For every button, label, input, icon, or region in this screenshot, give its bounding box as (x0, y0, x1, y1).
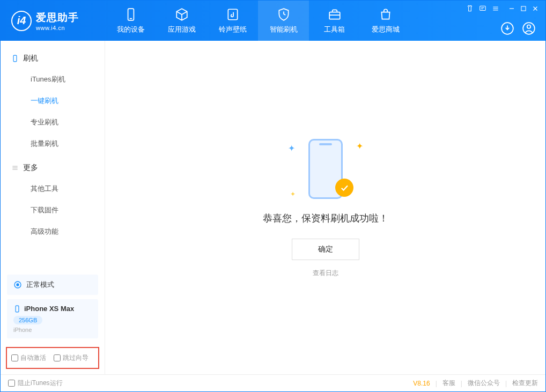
feedback-icon[interactable] (479, 5, 486, 12)
check-update-link[interactable]: 检查更新 (512, 379, 538, 388)
version-label: V8.16 (413, 380, 430, 387)
svg-rect-17 (13, 55, 17, 62)
nav-toolbox[interactable]: 工具箱 (309, 1, 360, 41)
header-actions (500, 21, 536, 35)
logo[interactable]: i4 爱思助手 www.i4.cn (1, 11, 105, 31)
nav-my-device[interactable]: 我的设备 (105, 1, 156, 41)
nav-ringtones[interactable]: 铃声壁纸 (207, 1, 258, 41)
sparkle-icon: ✦ (290, 190, 296, 198)
ok-button[interactable]: 确定 (292, 239, 359, 260)
svg-rect-4 (480, 6, 486, 10)
app-name: 爱思助手 (36, 11, 79, 25)
sidebar-item-advanced[interactable]: 高级功能 (1, 221, 105, 242)
auto-activate-checkbox[interactable]: 自动激活 (11, 353, 46, 363)
mode-icon (13, 280, 22, 289)
sidebar-item-download-firmware[interactable]: 下载固件 (1, 199, 105, 221)
device-card[interactable]: iPhone XS Max 256GB iPhone (7, 299, 98, 338)
svg-rect-11 (521, 6, 526, 11)
shield-icon (277, 8, 291, 21)
body: 刷机 iTunes刷机 一键刷机 专业刷机 批量刷机 更多 其他工具 下载固件 … (1, 41, 545, 374)
sidebar: 刷机 iTunes刷机 一键刷机 专业刷机 批量刷机 更多 其他工具 下载固件 … (1, 41, 105, 374)
device-icon (124, 8, 138, 21)
block-itunes-checkbox[interactable]: 阻止iTunes运行 (8, 379, 63, 388)
support-link[interactable]: 客服 (442, 379, 455, 388)
sidebar-section-flash: 刷机 (1, 48, 105, 69)
minimize-icon[interactable] (508, 5, 515, 12)
view-log-link[interactable]: 查看日志 (313, 269, 338, 278)
header: i4 爱思助手 www.i4.cn 我的设备 应用游戏 铃声壁纸 智能刷机 (1, 1, 545, 41)
music-icon (226, 8, 240, 21)
success-check-icon (335, 179, 353, 197)
success-illustration: ✦ ✦ ✦ (288, 138, 363, 202)
svg-rect-3 (329, 12, 340, 19)
list-icon (11, 164, 19, 172)
svg-point-22 (17, 284, 19, 286)
user-icon[interactable] (522, 21, 536, 35)
shirt-icon[interactable] (466, 5, 474, 12)
store-icon (379, 8, 393, 21)
sidebar-item-pro-flash[interactable]: 专业刷机 (1, 112, 105, 133)
svg-rect-23 (16, 306, 19, 312)
sidebar-item-batch-flash[interactable]: 批量刷机 (1, 133, 105, 154)
logo-icon: i4 (11, 11, 32, 31)
footer: 阻止iTunes运行 V8.16 | 客服 | 微信公众号 | 检查更新 (1, 374, 545, 391)
nav-apps[interactable]: 应用游戏 (156, 1, 207, 41)
sidebar-item-other-tools[interactable]: 其他工具 (1, 178, 105, 199)
menu-icon[interactable] (492, 5, 499, 12)
device-capacity: 256GB (13, 316, 42, 324)
device-small-icon (13, 305, 21, 313)
sidebar-item-oneclick-flash[interactable]: 一键刷机 (1, 90, 105, 112)
wechat-link[interactable]: 微信公众号 (468, 379, 500, 388)
device-mode[interactable]: 正常模式 (7, 275, 98, 295)
toolbox-icon (328, 8, 342, 21)
app-window: i4 爱思助手 www.i4.cn 我的设备 应用游戏 铃声壁纸 智能刷机 (0, 0, 546, 392)
app-url: www.i4.cn (36, 25, 79, 31)
device-name: iPhone XS Max (24, 305, 74, 313)
nav-store[interactable]: 爱思商城 (360, 1, 411, 41)
phone-icon (11, 55, 19, 62)
cube-icon (175, 8, 189, 21)
sparkle-icon: ✦ (288, 143, 295, 153)
flash-options-highlighted: 自动激活 跳过向导 (6, 347, 99, 369)
maximize-icon[interactable] (520, 5, 527, 12)
download-icon[interactable] (500, 21, 514, 35)
svg-rect-2 (228, 9, 237, 20)
skip-guide-checkbox[interactable]: 跳过向导 (54, 353, 88, 363)
success-message: 恭喜您，保资料刷机成功啦！ (263, 212, 388, 225)
device-type: iPhone (13, 327, 92, 333)
close-icon[interactable] (532, 5, 539, 12)
svg-point-16 (527, 25, 531, 29)
titlebar-controls (466, 5, 539, 12)
top-nav: 我的设备 应用游戏 铃声壁纸 智能刷机 工具箱 爱思商城 (105, 1, 411, 41)
nav-flash[interactable]: 智能刷机 (258, 1, 309, 41)
sidebar-item-itunes-flash[interactable]: iTunes刷机 (1, 69, 105, 90)
sidebar-section-more: 更多 (1, 158, 105, 178)
sparkle-icon: ✦ (356, 141, 363, 151)
main-content: ✦ ✦ ✦ 恭喜您，保资料刷机成功啦！ 确定 查看日志 (105, 41, 545, 374)
